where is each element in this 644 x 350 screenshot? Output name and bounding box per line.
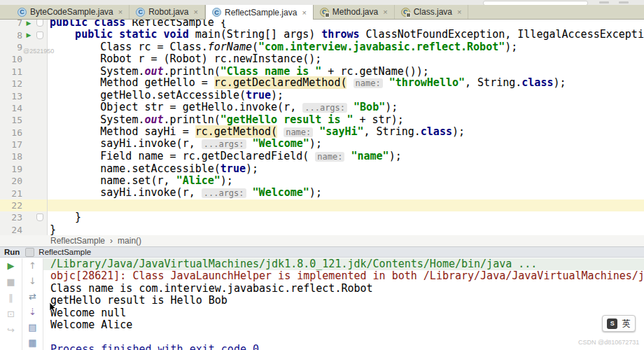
close-icon[interactable]: × — [383, 8, 387, 16]
console-line: getHello result is Hello Bob — [43, 295, 644, 307]
code-token: System. — [50, 65, 144, 78]
close-icon[interactable]: × — [302, 8, 306, 17]
code-token: ( — [252, 41, 258, 53]
console-line: Class name is com.interview.javabasic.re… — [43, 283, 644, 295]
dump-threads-icon[interactable]: ⊡ — [7, 309, 15, 318]
fold-slot — [35, 20, 45, 27]
code-text: } — [48, 224, 56, 235]
console-line: /Library/Java/JavaVirtualMachines/jdk1.8… — [43, 258, 644, 270]
code-token: name.set(r, — [50, 174, 176, 187]
gutter: 16 — [0, 127, 48, 139]
line-number: 13 — [0, 91, 22, 102]
code-token: name.setAccessible( — [50, 162, 220, 175]
code-line[interactable]: 13 getHello.setAccessible(true); — [0, 90, 644, 102]
gutter-annotation: @2521950 — [23, 48, 54, 55]
rerun-icon[interactable]: ▶ — [8, 261, 15, 270]
pause-output-icon[interactable]: ‖ — [8, 293, 13, 302]
gutter: 17 — [0, 139, 48, 150]
code-token: ClassNotFoundException, IllegalAccessExc… — [366, 28, 644, 41]
code-line[interactable]: 19 name.setAccessible(true); — [0, 163, 644, 175]
code-token: System. — [50, 113, 144, 126]
tab-class[interactable]: C Class.java × — [395, 5, 469, 19]
code-token: rc.getMethod( — [195, 125, 277, 138]
close-icon[interactable]: × — [457, 8, 461, 16]
tab-bytecodesample[interactable]: C ByteCodeSample.java × — [11, 5, 130, 19]
code-token: ); — [553, 76, 566, 89]
mouse-cursor — [49, 302, 57, 314]
code-token: ); — [389, 150, 402, 162]
code-line[interactable]: 8▶ public static void main(String[] args… — [0, 29, 644, 41]
soft-wrap-icon[interactable]: ⇄ — [29, 292, 36, 301]
print-icon[interactable]: ▤ — [28, 323, 36, 332]
code-line[interactable]: 24} — [0, 224, 644, 235]
code-token: out — [144, 65, 163, 78]
gutter: 11 — [0, 66, 48, 78]
code-token: ); — [505, 41, 517, 53]
parameter-hint: ...args: — [302, 103, 347, 113]
breadcrumb-class[interactable]: ReflectSample — [50, 236, 105, 246]
tab-reflectsample[interactable]: C ReflectSample.java × — [205, 5, 314, 20]
scroll-to-end-icon[interactable]: ⇣ — [29, 307, 36, 316]
exit-icon[interactable]: ↪ — [7, 326, 15, 335]
code-line[interactable]: 20 name.set(r, "Alice"); — [0, 175, 644, 187]
fold-slot — [35, 214, 45, 221]
fold-marker-icon[interactable] — [36, 214, 43, 221]
code-token: , String. — [364, 125, 421, 138]
code-token: main(String[] args) — [195, 28, 322, 41]
fold-marker-icon[interactable] — [36, 31, 43, 39]
editor-tab-bar: C ByteCodeSample.java × C Robot.java × C… — [0, 5, 644, 20]
tab-label: ReflectSample.java — [225, 8, 297, 18]
code-line[interactable]: 12 Method getHello = rc.getDeclaredMetho… — [0, 78, 644, 90]
code-line[interactable]: 11 System.out.println("Class name is " +… — [0, 66, 644, 78]
stop-icon[interactable]: ■ — [6, 277, 15, 286]
fold-slot — [35, 31, 45, 39]
code-token: sayHi.invoke(r, — [50, 186, 202, 199]
code-line[interactable]: 23 } — [0, 211, 644, 223]
run-config-tab[interactable]: ReflectSample — [38, 248, 91, 256]
parameter-hint: name: — [284, 127, 313, 137]
tab-robot[interactable]: C Robot.java × — [130, 5, 205, 19]
code-text: System.out.println("Class name is " + rc… — [48, 66, 429, 78]
fold-marker-icon[interactable] — [36, 20, 43, 27]
gutter: 10 — [0, 53, 48, 65]
code-token: "sayHi" — [319, 125, 363, 138]
code-line[interactable]: 21 sayHi.invoke(r, ...args: "Welcome"); — [0, 187, 644, 199]
run-line-icon[interactable]: ▶ — [22, 20, 35, 27]
close-icon[interactable]: × — [118, 8, 122, 16]
run-line-icon[interactable]: ▶ — [22, 31, 35, 38]
code-line[interactable]: 10 Robot r = (Robot) rc.newInstance(); — [0, 53, 644, 65]
code-token: ); — [246, 162, 258, 175]
code-line[interactable]: 22 — [0, 200, 644, 211]
up-stack-trace-icon[interactable]: ↑ — [29, 261, 36, 270]
code-line[interactable]: 15 System.out.println("getHello result i… — [0, 114, 644, 126]
editor-rows: 7▶public class ReflectSample {8▶ public … — [0, 20, 644, 235]
sogou-ime-icon: S — [607, 318, 617, 329]
code-token — [313, 125, 319, 138]
code-token: public class — [50, 20, 132, 29]
console-output[interactable]: /Library/Java/JavaVirtualMachines/jdk1.8… — [43, 258, 644, 350]
close-icon[interactable]: × — [194, 8, 198, 16]
code-token: Robot r = (Robot) rc.newInstance(); — [50, 52, 321, 65]
console-line: Process finished with exit code 0 — [43, 344, 644, 350]
ime-indicator[interactable]: S 英 — [602, 315, 636, 332]
code-line[interactable]: 14 Object str = getHello.invoke(r, ...ar… — [0, 102, 644, 114]
line-number: 8 — [0, 30, 22, 41]
code-editor[interactable]: 7▶public class ReflectSample {8▶ public … — [0, 20, 644, 235]
parameter-hint: name: — [354, 78, 383, 88]
code-token: "throwHello" — [389, 76, 465, 89]
code-text: public static void main(String[] args) t… — [48, 29, 644, 41]
code-text: Class rc = Class.forName("com.interview.… — [48, 41, 517, 53]
code-token: + rc.getName()); — [321, 65, 429, 78]
breadcrumb-method[interactable]: main() — [118, 236, 141, 246]
code-line[interactable]: 9 Class rc = Class.forName("com.intervie… — [0, 41, 644, 53]
code-line[interactable]: 7▶public class ReflectSample { — [0, 20, 644, 29]
code-line[interactable]: 16 Method sayHi = rc.getMethod( name: "s… — [0, 127, 644, 139]
clear-all-icon[interactable]: ▦ — [28, 338, 36, 347]
code-line[interactable]: 17 sayHi.invoke(r, ...args: "Welcome"); — [0, 139, 644, 150]
code-token: ); — [385, 101, 398, 113]
tab-method[interactable]: C Method.java × — [314, 5, 395, 19]
gutter: 13 — [0, 90, 48, 102]
code-line[interactable]: 18 Field name = rc.getDeclaredField( nam… — [0, 150, 644, 162]
ime-language-label: 英 — [622, 318, 631, 330]
down-stack-trace-icon[interactable]: ↓ — [29, 276, 36, 286]
